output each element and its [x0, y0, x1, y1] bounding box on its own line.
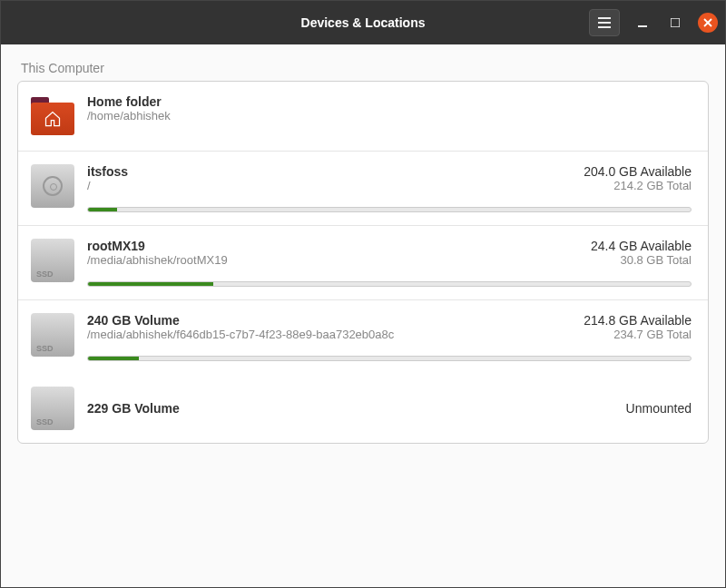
item-title: itsfoss	[87, 164, 128, 179]
ssd-icon: SSD	[31, 387, 74, 430]
ssd-icon: SSD	[31, 313, 74, 357]
item-total: 214.2 GB Total	[584, 179, 692, 192]
hamburger-icon	[598, 17, 611, 28]
ssd-icon: SSD	[31, 239, 74, 282]
svg-rect-2	[598, 26, 611, 28]
item-status: Unmounted	[626, 401, 692, 416]
home-folder-item[interactable]: Home folder /home/abhishek	[18, 82, 708, 152]
item-path: /home/abhishek	[87, 109, 171, 122]
item-available: 204.0 GB Available	[584, 164, 692, 179]
item-title: 240 GB Volume	[87, 313, 394, 328]
home-folder-icon	[31, 94, 74, 138]
item-total: 30.8 GB Total	[591, 253, 692, 267]
volume-item[interactable]: itsfoss/204.0 GB Available214.2 GB Total	[18, 152, 708, 226]
maximize-button[interactable]	[665, 13, 685, 33]
item-title: 229 GB Volume	[87, 401, 180, 416]
svg-rect-3	[638, 25, 647, 27]
item-title: Home folder	[87, 94, 171, 109]
maximize-icon	[671, 18, 680, 27]
close-icon	[703, 18, 712, 27]
section-title: This Computer	[17, 61, 709, 75]
minimize-icon	[638, 18, 647, 27]
content-area: This Computer	[1, 44, 725, 587]
volume-item[interactable]: SSD240 GB Volume/media/abhishek/f646db15…	[18, 300, 708, 374]
usage-progress	[87, 281, 692, 287]
usage-progress	[87, 207, 692, 212]
usage-progress	[87, 356, 692, 361]
item-path: /media/abhishek/rootMX19	[87, 253, 228, 267]
volume-item[interactable]: SSDrootMX19/media/abhishek/rootMX1924.4 …	[18, 226, 708, 300]
titlebar: Devices & Locations	[1, 1, 725, 44]
item-path: /media/abhishek/f646db15-c7b7-4f23-88e9-…	[87, 328, 394, 341]
svg-rect-1	[598, 22, 611, 24]
devices-panel: Home folder /home/abhishek itsfoss/204.0…	[17, 81, 709, 444]
item-title: rootMX19	[87, 239, 228, 253]
volume-item-unmounted[interactable]: SSD 229 GB Volume Unmounted	[18, 374, 708, 443]
item-total: 234.7 GB Total	[584, 328, 692, 341]
hamburger-menu-button[interactable]	[589, 9, 620, 36]
disk-icon	[31, 164, 74, 208]
svg-rect-4	[671, 18, 680, 27]
window-title: Devices & Locations	[301, 15, 426, 30]
item-available: 24.4 GB Available	[591, 239, 692, 253]
house-icon	[44, 110, 62, 128]
item-available: 214.8 GB Available	[584, 313, 692, 328]
close-button[interactable]	[698, 13, 718, 33]
minimize-button[interactable]	[633, 13, 652, 33]
svg-rect-0	[598, 17, 611, 19]
item-path: /	[87, 179, 128, 192]
